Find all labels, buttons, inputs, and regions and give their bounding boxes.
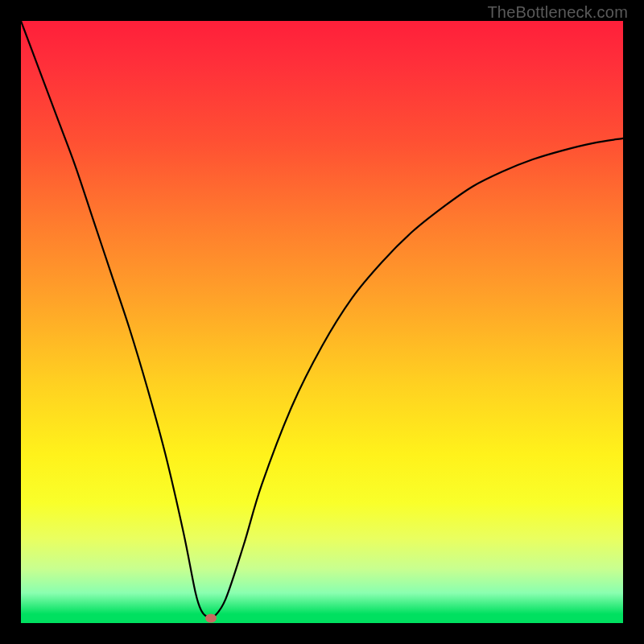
watermark-text: TheBottleneck.com [487,3,628,22]
bottleneck-curve [21,21,623,623]
chart-frame: TheBottleneck.com [0,0,644,644]
optimal-point-marker [205,614,217,623]
plot-area [21,21,623,623]
